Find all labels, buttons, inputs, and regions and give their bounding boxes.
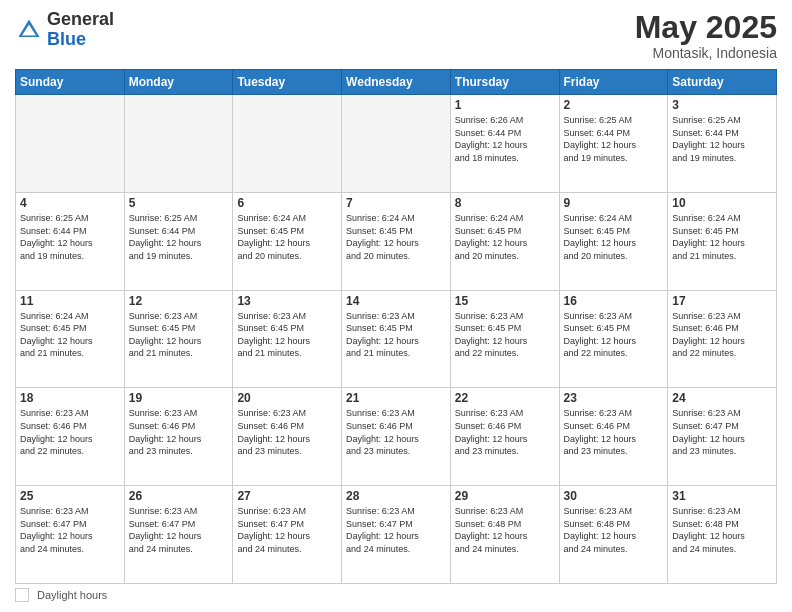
day-info: Sunrise: 6:23 AM Sunset: 6:47 PM Dayligh… [237,505,337,555]
calendar-week-5: 25Sunrise: 6:23 AM Sunset: 6:47 PM Dayli… [16,486,777,584]
day-info: Sunrise: 6:23 AM Sunset: 6:46 PM Dayligh… [20,407,120,457]
day-number: 20 [237,391,337,405]
table-row: 26Sunrise: 6:23 AM Sunset: 6:47 PM Dayli… [124,486,233,584]
day-number: 25 [20,489,120,503]
table-row: 8Sunrise: 6:24 AM Sunset: 6:45 PM Daylig… [450,192,559,290]
day-number: 4 [20,196,120,210]
table-row: 16Sunrise: 6:23 AM Sunset: 6:45 PM Dayli… [559,290,668,388]
col-saturday: Saturday [668,70,777,95]
table-row [16,95,125,193]
daylight-label: Daylight hours [37,589,107,601]
day-info: Sunrise: 6:25 AM Sunset: 6:44 PM Dayligh… [564,114,664,164]
day-info: Sunrise: 6:23 AM Sunset: 6:47 PM Dayligh… [20,505,120,555]
table-row: 10Sunrise: 6:24 AM Sunset: 6:45 PM Dayli… [668,192,777,290]
day-info: Sunrise: 6:23 AM Sunset: 6:46 PM Dayligh… [455,407,555,457]
day-number: 21 [346,391,446,405]
day-number: 17 [672,294,772,308]
day-info: Sunrise: 6:23 AM Sunset: 6:48 PM Dayligh… [672,505,772,555]
table-row: 25Sunrise: 6:23 AM Sunset: 6:47 PM Dayli… [16,486,125,584]
day-number: 7 [346,196,446,210]
table-row: 14Sunrise: 6:23 AM Sunset: 6:45 PM Dayli… [342,290,451,388]
calendar-table: Sunday Monday Tuesday Wednesday Thursday… [15,69,777,584]
day-number: 16 [564,294,664,308]
day-number: 3 [672,98,772,112]
table-row: 9Sunrise: 6:24 AM Sunset: 6:45 PM Daylig… [559,192,668,290]
month-title: May 2025 [635,10,777,45]
day-number: 15 [455,294,555,308]
table-row: 11Sunrise: 6:24 AM Sunset: 6:45 PM Dayli… [16,290,125,388]
calendar-week-1: 1Sunrise: 6:26 AM Sunset: 6:44 PM Daylig… [16,95,777,193]
day-number: 23 [564,391,664,405]
day-number: 11 [20,294,120,308]
day-number: 10 [672,196,772,210]
day-info: Sunrise: 6:25 AM Sunset: 6:44 PM Dayligh… [20,212,120,262]
table-row: 3Sunrise: 6:25 AM Sunset: 6:44 PM Daylig… [668,95,777,193]
calendar-week-3: 11Sunrise: 6:24 AM Sunset: 6:45 PM Dayli… [16,290,777,388]
col-tuesday: Tuesday [233,70,342,95]
day-info: Sunrise: 6:23 AM Sunset: 6:46 PM Dayligh… [129,407,229,457]
day-info: Sunrise: 6:23 AM Sunset: 6:47 PM Dayligh… [672,407,772,457]
day-number: 14 [346,294,446,308]
table-row: 15Sunrise: 6:23 AM Sunset: 6:45 PM Dayli… [450,290,559,388]
table-row [233,95,342,193]
day-number: 19 [129,391,229,405]
col-monday: Monday [124,70,233,95]
table-row: 27Sunrise: 6:23 AM Sunset: 6:47 PM Dayli… [233,486,342,584]
table-row: 19Sunrise: 6:23 AM Sunset: 6:46 PM Dayli… [124,388,233,486]
day-info: Sunrise: 6:24 AM Sunset: 6:45 PM Dayligh… [20,310,120,360]
day-info: Sunrise: 6:24 AM Sunset: 6:45 PM Dayligh… [455,212,555,262]
day-number: 28 [346,489,446,503]
table-row [124,95,233,193]
header: General Blue May 2025 Montasik, Indonesi… [15,10,777,61]
day-info: Sunrise: 6:25 AM Sunset: 6:44 PM Dayligh… [129,212,229,262]
logo-text: General Blue [47,10,114,50]
table-row: 29Sunrise: 6:23 AM Sunset: 6:48 PM Dayli… [450,486,559,584]
calendar-body: 1Sunrise: 6:26 AM Sunset: 6:44 PM Daylig… [16,95,777,584]
header-row: Sunday Monday Tuesday Wednesday Thursday… [16,70,777,95]
day-info: Sunrise: 6:23 AM Sunset: 6:45 PM Dayligh… [129,310,229,360]
day-number: 26 [129,489,229,503]
title-block: May 2025 Montasik, Indonesia [635,10,777,61]
table-row: 12Sunrise: 6:23 AM Sunset: 6:45 PM Dayli… [124,290,233,388]
day-number: 24 [672,391,772,405]
location: Montasik, Indonesia [635,45,777,61]
day-info: Sunrise: 6:23 AM Sunset: 6:47 PM Dayligh… [346,505,446,555]
day-info: Sunrise: 6:26 AM Sunset: 6:44 PM Dayligh… [455,114,555,164]
day-number: 9 [564,196,664,210]
day-info: Sunrise: 6:24 AM Sunset: 6:45 PM Dayligh… [346,212,446,262]
table-row: 20Sunrise: 6:23 AM Sunset: 6:46 PM Dayli… [233,388,342,486]
col-friday: Friday [559,70,668,95]
table-row: 2Sunrise: 6:25 AM Sunset: 6:44 PM Daylig… [559,95,668,193]
logo: General Blue [15,10,114,50]
logo-blue: Blue [47,29,86,49]
day-info: Sunrise: 6:23 AM Sunset: 6:45 PM Dayligh… [564,310,664,360]
day-info: Sunrise: 6:23 AM Sunset: 6:46 PM Dayligh… [346,407,446,457]
day-number: 6 [237,196,337,210]
table-row: 30Sunrise: 6:23 AM Sunset: 6:48 PM Dayli… [559,486,668,584]
col-sunday: Sunday [16,70,125,95]
logo-icon [15,16,43,44]
day-info: Sunrise: 6:23 AM Sunset: 6:47 PM Dayligh… [129,505,229,555]
calendar-week-4: 18Sunrise: 6:23 AM Sunset: 6:46 PM Dayli… [16,388,777,486]
table-row: 18Sunrise: 6:23 AM Sunset: 6:46 PM Dayli… [16,388,125,486]
table-row: 28Sunrise: 6:23 AM Sunset: 6:47 PM Dayli… [342,486,451,584]
calendar-header: Sunday Monday Tuesday Wednesday Thursday… [16,70,777,95]
table-row: 1Sunrise: 6:26 AM Sunset: 6:44 PM Daylig… [450,95,559,193]
table-row: 31Sunrise: 6:23 AM Sunset: 6:48 PM Dayli… [668,486,777,584]
table-row: 6Sunrise: 6:24 AM Sunset: 6:45 PM Daylig… [233,192,342,290]
table-row: 5Sunrise: 6:25 AM Sunset: 6:44 PM Daylig… [124,192,233,290]
day-number: 30 [564,489,664,503]
table-row: 24Sunrise: 6:23 AM Sunset: 6:47 PM Dayli… [668,388,777,486]
day-number: 18 [20,391,120,405]
page: General Blue May 2025 Montasik, Indonesi… [0,0,792,612]
day-number: 31 [672,489,772,503]
daylight-box [15,588,29,602]
day-info: Sunrise: 6:25 AM Sunset: 6:44 PM Dayligh… [672,114,772,164]
table-row: 17Sunrise: 6:23 AM Sunset: 6:46 PM Dayli… [668,290,777,388]
table-row: 4Sunrise: 6:25 AM Sunset: 6:44 PM Daylig… [16,192,125,290]
day-number: 22 [455,391,555,405]
day-info: Sunrise: 6:23 AM Sunset: 6:45 PM Dayligh… [237,310,337,360]
col-wednesday: Wednesday [342,70,451,95]
table-row: 22Sunrise: 6:23 AM Sunset: 6:46 PM Dayli… [450,388,559,486]
day-info: Sunrise: 6:23 AM Sunset: 6:46 PM Dayligh… [237,407,337,457]
